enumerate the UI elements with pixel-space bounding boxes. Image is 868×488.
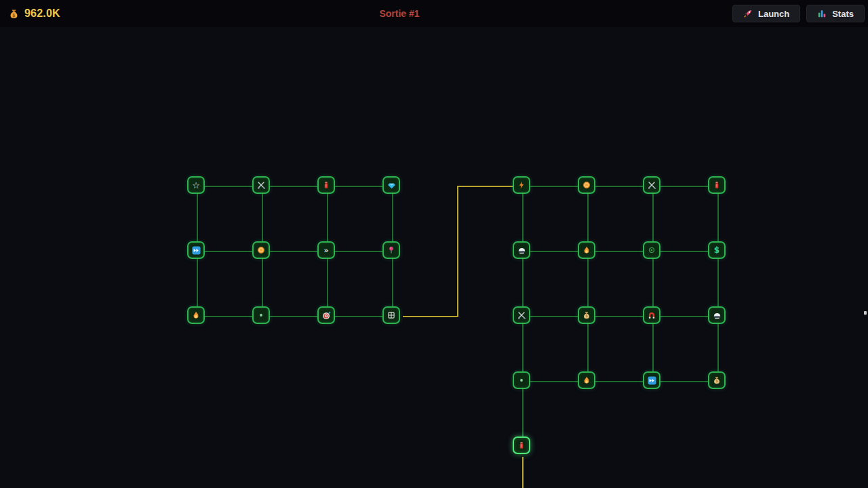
stats-button-label: Stats xyxy=(832,9,854,19)
crossed-swords-icon xyxy=(648,181,656,190)
svg-text:$: $ xyxy=(586,314,588,318)
pushpin-icon xyxy=(387,246,395,254)
map-node-R8[interactable]: $ xyxy=(708,241,726,259)
dot-icon xyxy=(257,311,265,319)
fire-extinguisher-icon xyxy=(713,181,721,189)
money-bag-icon: $ xyxy=(583,311,591,319)
map-node-L6[interactable] xyxy=(252,241,270,259)
map-node-R15[interactable] xyxy=(643,371,660,389)
flame-icon xyxy=(583,246,591,254)
map-node-R3[interactable] xyxy=(643,176,660,194)
fast-forward-icon xyxy=(192,246,201,255)
map-node-R10[interactable]: $ xyxy=(578,306,595,324)
map-node-R11[interactable] xyxy=(643,306,660,324)
map-node-L4[interactable] xyxy=(382,176,400,194)
currency-display: $ 962.0K xyxy=(9,7,60,20)
map-node-R2[interactable] xyxy=(578,176,595,194)
dot-icon xyxy=(517,376,526,384)
launch-button-label: Launch xyxy=(758,9,789,19)
map-node-R5[interactable] xyxy=(513,241,530,259)
helmet-icon xyxy=(713,311,722,320)
grid-icon xyxy=(387,311,395,319)
map-node-R6[interactable] xyxy=(578,241,595,259)
map-node-L7[interactable]: » xyxy=(317,241,335,259)
money-bag-icon: $ xyxy=(9,9,19,19)
map-node-L2[interactable] xyxy=(252,176,270,194)
map-node-L3[interactable] xyxy=(317,176,335,194)
map-node-R4[interactable] xyxy=(708,176,726,194)
map-edges xyxy=(0,27,868,488)
bar-chart-icon xyxy=(817,9,827,18)
fast-forward-icon xyxy=(648,376,656,385)
disc-icon xyxy=(648,246,656,254)
map-node-L8[interactable] xyxy=(382,241,400,259)
map-node-L1[interactable]: ☆ xyxy=(187,176,205,194)
node-map: ☆»$$$ xyxy=(0,27,868,488)
svg-text:$: $ xyxy=(716,380,718,383)
chevrons-icon: » xyxy=(323,247,328,254)
lightning-icon xyxy=(517,181,526,189)
map-node-L10[interactable] xyxy=(252,306,270,324)
rocket-icon xyxy=(743,9,753,18)
map-node-R17[interactable] xyxy=(513,436,530,454)
money-bag-icon: $ xyxy=(713,376,721,384)
cursor-dot xyxy=(864,311,867,314)
map-node-R12[interactable] xyxy=(708,306,726,324)
stats-button[interactable]: Stats xyxy=(806,5,865,22)
magnet-icon xyxy=(648,311,656,319)
flame-icon xyxy=(192,311,200,319)
coin-icon xyxy=(583,181,591,189)
gem-icon xyxy=(387,181,396,190)
flame-icon xyxy=(583,376,591,384)
map-node-R13[interactable] xyxy=(513,371,530,389)
map-node-R7[interactable] xyxy=(643,241,660,259)
map-node-R16[interactable]: $ xyxy=(708,371,726,389)
map-node-L12[interactable] xyxy=(382,306,400,324)
top-bar: $ 962.0K Sortie #1 Launch xyxy=(0,0,868,27)
map-node-L9[interactable] xyxy=(187,306,205,324)
svg-text:$: $ xyxy=(13,12,16,18)
coin-icon xyxy=(257,246,265,254)
fire-extinguisher-icon xyxy=(517,441,526,449)
map-node-L11[interactable] xyxy=(317,306,335,324)
crossed-swords-icon xyxy=(257,181,266,190)
map-node-R14[interactable] xyxy=(578,371,595,389)
helmet-icon xyxy=(517,246,526,255)
launch-button[interactable]: Launch xyxy=(732,5,800,22)
map-node-R9[interactable] xyxy=(513,306,530,324)
sortie-title: Sortie #1 xyxy=(379,8,419,19)
map-node-L5[interactable] xyxy=(187,241,205,259)
map-node-R1[interactable] xyxy=(513,176,530,194)
dartboard-icon xyxy=(322,311,331,320)
dollar-icon: $ xyxy=(714,246,719,254)
fire-extinguisher-icon xyxy=(322,181,330,189)
crossed-swords-icon xyxy=(517,311,526,320)
currency-value: 962.0K xyxy=(24,7,60,20)
star-icon: ☆ xyxy=(192,181,200,190)
topbar-buttons: Launch Stats xyxy=(732,5,865,22)
